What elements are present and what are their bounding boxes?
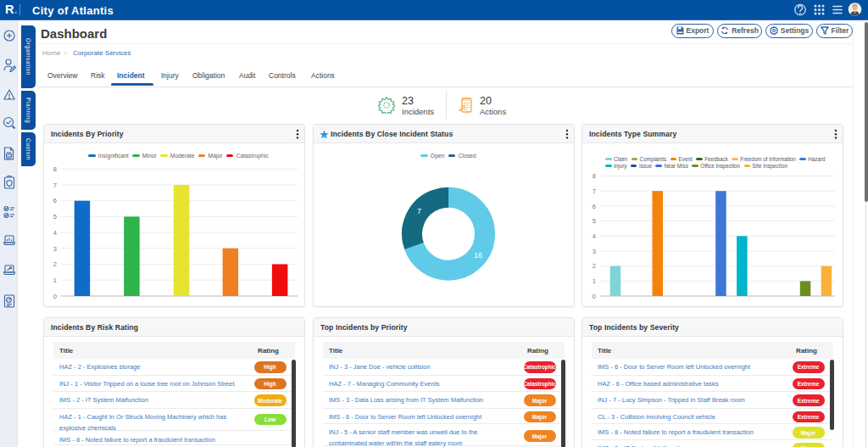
svg-text:3: 3 xyxy=(593,248,596,255)
svg-text:5: 5 xyxy=(53,213,57,221)
svg-text:7: 7 xyxy=(53,182,57,189)
svg-text:8: 8 xyxy=(53,165,57,173)
svg-text:2: 2 xyxy=(593,262,596,270)
svg-text:7: 7 xyxy=(593,187,596,195)
svg-text:3: 3 xyxy=(53,245,57,253)
svg-text:0: 0 xyxy=(593,293,596,300)
svg-text:16: 16 xyxy=(474,251,482,260)
svg-text:6: 6 xyxy=(593,203,596,210)
svg-text:7: 7 xyxy=(417,207,421,215)
svg-text:4: 4 xyxy=(53,229,57,237)
svg-text:6: 6 xyxy=(53,197,57,204)
svg-text:5: 5 xyxy=(593,217,596,225)
svg-text:8: 8 xyxy=(593,172,596,180)
svg-text:2: 2 xyxy=(53,260,57,268)
svg-text:4: 4 xyxy=(593,232,596,240)
svg-text:1: 1 xyxy=(53,277,57,284)
svg-text:1: 1 xyxy=(593,277,596,285)
svg-text:0: 0 xyxy=(53,293,57,300)
